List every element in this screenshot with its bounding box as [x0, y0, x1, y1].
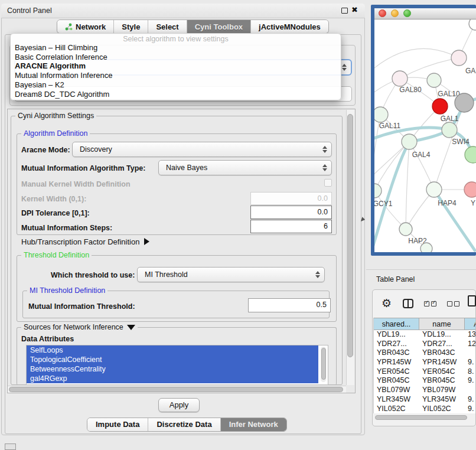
table-cell[interactable]: 9.: [465, 358, 475, 367]
table-cell[interactable]: YBL079W: [374, 386, 419, 395]
network-node-gal4[interactable]: [402, 134, 417, 149]
aracne-mode-combo[interactable]: Discovery: [72, 142, 332, 157]
which-threshold-combo[interactable]: MI Threshold: [137, 267, 325, 282]
network-node-gal10[interactable]: [427, 73, 441, 87]
window-close-icon[interactable]: ✖: [351, 5, 358, 14]
list-scrollbar-thumb[interactable]: [321, 348, 326, 380]
table-cell[interactable]: 9.: [465, 405, 475, 414]
table-row[interactable]: YPR145WYPR145W9.: [374, 358, 475, 367]
table-cell[interactable]: YER054C: [419, 367, 465, 377]
tab-infer-network[interactable]: Infer Network: [221, 418, 286, 431]
network-node-gal1[interactable]: [432, 99, 448, 114]
attribute-list-item[interactable]: gal4RGexp: [27, 374, 318, 383]
gear-icon[interactable]: ⚙: [382, 296, 392, 310]
network-node-gal11[interactable]: [374, 107, 388, 122]
table-cell[interactable]: YPR145W: [374, 358, 419, 367]
tab-cyni-toolbox[interactable]: Cyni Toolbox: [187, 20, 251, 33]
table-cell[interactable]: YLR345W: [374, 395, 419, 405]
table-horizontal-scrollbar-thumb[interactable]: [375, 415, 467, 420]
tab-impute-data[interactable]: Impute Data: [87, 418, 148, 431]
dropdown-item[interactable]: Basic Correlation Inference: [14, 53, 338, 62]
dock-panel-button[interactable]: [5, 444, 16, 450]
table-cell[interactable]: 12: [465, 340, 475, 349]
table-cell[interactable]: YBR043C: [374, 348, 419, 358]
attribute-list-item[interactable]: SelfLoops: [27, 345, 318, 355]
table-cell[interactable]: [465, 386, 475, 395]
attribute-list-item[interactable]: TopologicalCoefficient: [27, 355, 318, 364]
panel-divider[interactable]: [366, 269, 476, 270]
column-header[interactable]: A: [465, 318, 475, 330]
network-node-hap2[interactable]: [399, 223, 412, 236]
column-header[interactable]: shared...: [374, 318, 419, 330]
tab-discretize-data[interactable]: Discretize Data: [148, 418, 220, 431]
network-node-gal80[interactable]: [392, 71, 407, 86]
collapse-down-icon[interactable]: [127, 325, 135, 330]
column-browser-icon[interactable]: [403, 299, 413, 308]
table-cell[interactable]: YBR045C: [374, 376, 419, 386]
table-cell[interactable]: YER054C: [374, 367, 419, 377]
network-canvas[interactable]: GALGAL80GAL10GAL1GAL11SWI4GAL4GCY1HAP4YH…: [374, 19, 476, 252]
kernel-width-field[interactable]: 0.0: [250, 192, 332, 205]
data-attributes-list[interactable]: SelfLoopsTopologicalCoefficientBetweenne…: [26, 345, 328, 385]
tab-network[interactable]: Network: [57, 20, 114, 33]
dropdown-item[interactable]: ARACNE Algorithm: [14, 61, 338, 71]
table-cell[interactable]: YBR043C: [419, 348, 465, 358]
table-row[interactable]: YBL079WYBL079W: [374, 386, 475, 395]
attribute-list-item[interactable]: BetweennessCentrality: [27, 364, 318, 374]
mi-steps-field[interactable]: 6: [250, 220, 332, 233]
table-row[interactable]: YDL19...YDL19...13: [374, 330, 475, 340]
network-node-swi4[interactable]: [442, 122, 457, 138]
table-cell[interactable]: 13: [465, 330, 475, 340]
select-all-columns-icon[interactable]: [424, 301, 436, 306]
network-view-titlebar[interactable]: [374, 8, 476, 19]
mi-threshold-field[interactable]: 0.5: [248, 298, 331, 312]
table-cell[interactable]: 9.: [465, 376, 475, 386]
table-cell[interactable]: YDL19...: [374, 330, 419, 340]
tab-select[interactable]: Select: [148, 20, 187, 33]
table-cell[interactable]: 9.: [465, 395, 475, 405]
horizontal-scrollbar-thumb[interactable]: [9, 387, 343, 392]
network-node-y[interactable]: [464, 182, 476, 197]
minimize-traffic-light-icon[interactable]: [391, 9, 399, 17]
zoom-traffic-light-icon[interactable]: [403, 9, 411, 17]
table-cell[interactable]: YBR045C: [419, 376, 465, 386]
table-cell[interactable]: [465, 348, 475, 358]
dropdown-item[interactable]: Dream8 DC_TDC Algorithm: [14, 90, 338, 99]
dropdown-item[interactable]: Bayesian – K2: [14, 80, 338, 90]
dropdown-item[interactable]: Mutual Information Inference: [14, 71, 338, 80]
table-cell[interactable]: YDR27...: [374, 340, 419, 349]
table-row[interactable]: YBR043CYBR043C: [374, 348, 475, 358]
dpi-tolerance-field[interactable]: 0.0: [250, 206, 332, 219]
mi-type-combo[interactable]: Naive Bayes: [158, 160, 332, 175]
window-float-icon[interactable]: [341, 8, 348, 14]
new-table-icon[interactable]: [468, 295, 476, 306]
table-cell[interactable]: YDR27...: [419, 340, 465, 349]
table-cell[interactable]: YBL079W: [419, 386, 465, 395]
network-node[interactable]: [465, 146, 476, 163]
network-node-gcy1[interactable]: [374, 184, 382, 198]
manual-kernel-checkbox[interactable]: [324, 179, 332, 187]
table-cell[interactable]: YPR145W: [419, 358, 465, 367]
table-row[interactable]: YER054CYER054C8.: [374, 367, 475, 377]
network-node-gal[interactable]: [451, 50, 467, 66]
tab-style[interactable]: Style: [114, 20, 148, 33]
network-node[interactable]: [455, 93, 474, 112]
table-cell[interactable]: YLR345W: [419, 395, 465, 405]
table-row[interactable]: YIL052CYIL052C9.: [374, 405, 475, 414]
hub-definition-expander[interactable]: Hub/Transcription Factor Definition: [21, 237, 149, 246]
dropdown-item[interactable]: Bayesian – Hill Climbing: [14, 43, 338, 53]
table-cell[interactable]: YDL19...: [419, 330, 465, 340]
table-row[interactable]: YDR27...YDR27...12: [374, 340, 475, 349]
close-traffic-light-icon[interactable]: [379, 9, 386, 17]
apply-button[interactable]: Apply: [158, 398, 200, 412]
table-cell[interactable]: YIL052C: [374, 405, 419, 414]
table-row[interactable]: YLR345WYLR345W9.: [374, 395, 475, 405]
network-node[interactable]: [469, 19, 476, 30]
table-row[interactable]: YBR045CYBR045C9.: [374, 376, 475, 386]
table-cell[interactable]: YIL052C: [419, 405, 465, 414]
table-cell[interactable]: 8.: [465, 367, 475, 377]
column-header[interactable]: name: [419, 318, 465, 330]
vertical-scrollbar-thumb[interactable]: [347, 114, 353, 357]
network-node[interactable]: [420, 243, 432, 252]
list-scrollbar[interactable]: [321, 347, 326, 382]
